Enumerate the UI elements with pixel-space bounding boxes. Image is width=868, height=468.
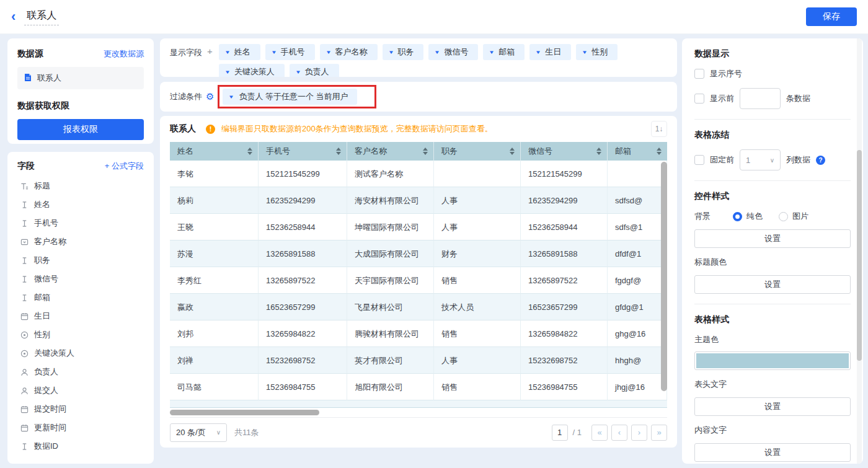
column-sort-icon[interactable]	[510, 148, 515, 155]
column-sort-icon[interactable]	[247, 148, 252, 155]
date-icon	[20, 405, 29, 413]
background-set-button[interactable]: 设置	[694, 229, 851, 248]
field-item-关键决策人[interactable]: 关键决策人	[17, 344, 144, 363]
table-title: 联系人	[170, 123, 196, 135]
table-row[interactable]: 刘邦13265984822腾骏材料有限公司销售13265984822ghg@16	[170, 320, 667, 347]
vertical-scrollbar[interactable]	[661, 162, 667, 391]
caret-down-icon: ▼	[224, 50, 231, 55]
field-item-邮箱[interactable]: 邮箱	[17, 288, 144, 307]
table-row[interactable]: 王晓15236258944坤曜国际有限公司人事15236258944sdfs@1	[170, 214, 667, 241]
column-header-邮箱[interactable]: 邮箱	[608, 142, 667, 161]
table-row[interactable]: 刘禅15232698752英才有限公司人事15232698752hhgh@	[170, 347, 667, 374]
filter-condition-chip[interactable]: ▼ 负责人 等于任意一个 当前用户	[223, 89, 356, 105]
display-field-chip-邮箱[interactable]: ▼邮箱	[483, 44, 525, 60]
freeze-count-select[interactable]: 1 ∨	[740, 149, 781, 170]
datasource-item[interactable]: 联系人	[17, 67, 144, 89]
field-item-生日[interactable]: 生日	[17, 307, 144, 325]
title-color-set-button[interactable]: 设置	[694, 275, 851, 294]
text-icon	[20, 200, 29, 209]
field-item-label: 提交人	[34, 385, 58, 396]
table-row[interactable]: 苏漫13265891588大成国际有限公司财务13265891588dfdf@1	[170, 241, 667, 267]
image-radio[interactable]	[779, 212, 788, 221]
settings-scrollbar[interactable]	[857, 150, 862, 361]
display-field-chip-手机号[interactable]: ▼手机号	[265, 44, 315, 60]
field-item-性别[interactable]: 性别	[17, 325, 144, 344]
column-header-职务[interactable]: 职务	[434, 142, 521, 161]
widget-style-title: 控件样式	[694, 191, 851, 202]
sort-order-button[interactable]: 1↓	[651, 121, 667, 137]
content-text-set-button[interactable]: 设置	[694, 443, 851, 462]
field-item-职务[interactable]: 职务	[17, 251, 144, 270]
field-item-更新时间[interactable]: 更新时间	[17, 418, 144, 437]
field-item-手机号[interactable]: 手机号	[17, 214, 144, 232]
show-first-checkbox[interactable]	[694, 94, 704, 104]
background-label: 背景	[694, 211, 733, 222]
table-row[interactable]: 嬴政16523657299飞星材料公司技术人员16523657299gfdg@1	[170, 294, 667, 320]
display-field-chip-微信号[interactable]: ▼微信号	[428, 44, 478, 60]
change-datasource-link[interactable]: 更改数据源	[104, 48, 144, 60]
show-first-input[interactable]	[740, 88, 781, 109]
table-cell: 13265984822	[521, 320, 608, 347]
add-formula-field-link[interactable]: + 公式字段	[105, 161, 144, 172]
field-item-客户名称[interactable]: 客户名称	[17, 232, 144, 251]
column-header-微信号[interactable]: 微信号	[521, 142, 608, 161]
theme-color-picker[interactable]	[694, 351, 851, 370]
field-item-负责人[interactable]: 负责人	[17, 363, 144, 381]
datasource-title: 数据源	[17, 48, 43, 60]
table-cell	[434, 161, 521, 187]
page-background: 数据源 更改数据源 联系人 数据获取权限 报表权限 字段 + 公式字段 标题姓名…	[0, 34, 868, 468]
column-header-手机号[interactable]: 手机号	[259, 142, 347, 161]
column-sort-icon[interactable]	[423, 148, 428, 155]
next-page-button[interactable]: ›	[631, 425, 647, 441]
display-field-chip-性别[interactable]: ▼性别	[576, 44, 618, 60]
theme-color-swatch	[696, 353, 849, 368]
solid-color-radio[interactable]	[733, 212, 742, 221]
preview-table-panel: 联系人 ! 编辑界面只取数据源前200条作为查询数据预览，完整数据请访问页面查看…	[160, 116, 677, 448]
table-cell: 16235294299	[521, 187, 608, 214]
display-field-chip-职务[interactable]: ▼职务	[383, 44, 424, 60]
back-icon[interactable]: ‹	[11, 11, 16, 23]
table-row[interactable]: 杨莉16235294299海安材料有限公司人事16235294299sdfsd@	[170, 187, 667, 214]
field-item-label: 邮箱	[34, 292, 50, 303]
save-button[interactable]: 保存	[806, 7, 857, 26]
add-display-field-button[interactable]: +	[207, 46, 213, 56]
table-row[interactable]: 李铭152121545299测试客户名称152121545299	[170, 161, 667, 187]
column-header-姓名[interactable]: 姓名	[170, 142, 259, 161]
prev-page-button[interactable]: ‹	[611, 425, 627, 441]
display-field-chip-生日[interactable]: ▼生日	[529, 44, 571, 60]
table-row[interactable]: 李秀红13265897522天宇国际有限公司销售13265897522fgdgf…	[170, 267, 667, 294]
column-sort-icon[interactable]	[596, 148, 601, 155]
last-page-button[interactable]: »	[651, 425, 667, 441]
table-cell: 海安材料有限公司	[347, 187, 434, 214]
field-item-标题[interactable]: 标题	[17, 177, 144, 195]
table-cell: 刘邦	[170, 320, 259, 347]
horizontal-scrollbar[interactable]	[170, 410, 319, 415]
field-item-提交时间[interactable]: 提交时间	[17, 400, 144, 418]
display-field-chip-客户名称[interactable]: ▼客户名称	[320, 44, 378, 60]
display-field-chip-姓名[interactable]: ▼姓名	[219, 44, 260, 60]
field-item-提交人[interactable]: 提交人	[17, 381, 144, 400]
display-field-chip-关键决策人[interactable]: ▼关键决策人	[219, 64, 285, 77]
field-item-微信号[interactable]: 微信号	[17, 270, 144, 288]
page-size-select[interactable]: 20 条/页 ∨	[170, 423, 227, 442]
help-icon[interactable]: ?	[816, 156, 825, 165]
field-item-姓名[interactable]: 姓名	[17, 195, 144, 214]
column-header-客户名称[interactable]: 客户名称	[347, 142, 434, 161]
table-row[interactable]: 司马懿15236984755旭阳有限公司销售15236984755jhgj@16	[170, 374, 667, 400]
chevron-down-icon: ∨	[216, 429, 221, 436]
datasource-item-label: 联系人	[37, 73, 61, 84]
field-item-数据ID[interactable]: 数据ID	[17, 437, 144, 456]
page-number-input[interactable]: 1	[552, 425, 568, 441]
report-permission-button[interactable]: 报表权限	[17, 119, 144, 140]
column-sort-icon[interactable]	[657, 148, 662, 155]
display-field-chip-负责人[interactable]: ▼负责人	[290, 64, 339, 77]
chip-label: 客户名称	[335, 46, 368, 58]
first-page-button[interactable]: «	[591, 425, 608, 441]
table-cell: fgdgf@	[608, 267, 667, 294]
gear-icon[interactable]: ⚙	[206, 91, 214, 102]
freeze-checkbox[interactable]	[694, 155, 704, 165]
page-title[interactable]: 联系人	[24, 8, 59, 25]
column-sort-icon[interactable]	[336, 148, 341, 155]
show-index-checkbox[interactable]	[694, 69, 704, 79]
header-text-set-button[interactable]: 设置	[694, 397, 851, 416]
